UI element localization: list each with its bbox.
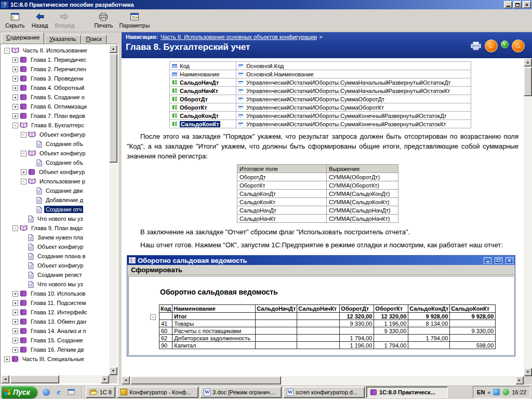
tree-item[interactable]: Зачем нужен пла — [1, 233, 109, 242]
tree-item[interactable]: +Глава 6. Оптимизаци — [1, 102, 109, 111]
scroll-down-icon[interactable]: ▼ — [524, 368, 532, 376]
expand-icon[interactable]: + — [12, 85, 18, 91]
show-desktop-icon[interactable] — [65, 387, 77, 398]
close-button[interactable]: × — [523, 1, 531, 8]
top-of-page-button[interactable]: ↑ — [501, 41, 509, 48]
tree-item[interactable]: +Глава 15. Создание — [1, 336, 109, 345]
tree-item[interactable]: -Объект конфигур — [1, 130, 109, 139]
expand-icon[interactable]: + — [12, 113, 18, 119]
scrollbar-thumb[interactable] — [524, 67, 532, 96]
tree-item[interactable]: Создание дви — [1, 186, 109, 195]
collapse-icon[interactable]: - — [21, 132, 26, 138]
taskbar-window-button[interactable]: W3.doc [Режим ограничен... — [200, 387, 282, 398]
content-vertical-scrollbar[interactable]: ▲ ▼ — [524, 58, 532, 376]
expand-icon[interactable]: + — [4, 356, 10, 362]
tree-item[interactable]: Создание объ — [1, 158, 109, 167]
minimize-button[interactable] — [504, 1, 512, 8]
tree-vertical-scrollbar[interactable]: ▲ ▼ — [109, 45, 117, 375]
options-button[interactable]: Параметры — [116, 10, 153, 31]
expand-icon[interactable]: + — [12, 310, 18, 315]
tree-item[interactable]: +Глава 14. Анализ и п — [1, 326, 109, 336]
tree-item[interactable]: Создание плана в — [1, 251, 109, 261]
tree-item[interactable]: +Глава 7. План видов — [1, 111, 109, 121]
navigation-link[interactable]: Часть II. Использование основных объекто… — [161, 34, 317, 40]
tray-app-icon[interactable] — [493, 389, 500, 395]
expand-icon[interactable]: + — [12, 57, 18, 63]
tree-item[interactable]: +Глава 10. Использов — [1, 289, 109, 298]
expand-icon[interactable]: + — [12, 104, 18, 110]
tree-horizontal-scrollbar[interactable]: ◄ ► — [1, 375, 109, 383]
scrollbar-thumb[interactable] — [10, 375, 59, 383]
expand-icon[interactable]: + — [12, 76, 18, 82]
tab-contents[interactable]: Содержание — [2, 33, 44, 44]
tree-item[interactable]: Что нового мы уз — [1, 214, 109, 223]
scroll-up-icon[interactable]: ▲ — [109, 45, 117, 53]
scrollbar-thumb[interactable] — [130, 376, 281, 384]
taskbar-window-button[interactable]: Конфигуратор - Конф... — [117, 387, 198, 398]
tree-item[interactable]: Добавление д — [1, 195, 109, 205]
expand-icon[interactable]: + — [12, 319, 18, 325]
tab-index[interactable]: Указатель — [45, 35, 81, 44]
tree-item[interactable]: Объект конфигур — [1, 261, 109, 270]
expand-icon[interactable]: + — [12, 95, 18, 100]
language-indicator[interactable]: EN — [477, 389, 485, 395]
tree-item[interactable]: Создание регист — [1, 270, 109, 280]
hide-button[interactable]: Скрыть — [2, 10, 28, 31]
scroll-down-icon[interactable]: ▼ — [109, 367, 117, 375]
scroll-right-icon[interactable]: ► — [515, 376, 524, 384]
tree-item[interactable]: +Часть III. Специальные — [1, 354, 109, 364]
tray-chevron[interactable]: « — [487, 389, 490, 395]
tree-item[interactable]: +Глава 16. Легким дв — [1, 345, 109, 354]
app-icon[interactable]: ? — [1, 2, 8, 8]
next-topic-button[interactable]: → — [512, 39, 525, 52]
collapse-icon[interactable]: - — [21, 151, 26, 156]
expand-icon[interactable]: + — [12, 300, 18, 306]
tree-item[interactable]: Создание отч — [1, 205, 109, 214]
scroll-right-icon[interactable]: ► — [101, 375, 109, 383]
tree-item[interactable]: Что нового мы уз — [1, 280, 109, 289]
scroll-left-icon[interactable]: ◄ — [122, 376, 130, 384]
tree-item[interactable]: Объект конфигур — [1, 242, 109, 251]
expand-icon[interactable]: + — [12, 291, 18, 297]
tree-item[interactable]: +Глава 3. Проведени — [1, 74, 109, 83]
expand-icon[interactable]: + — [12, 66, 18, 72]
tree-item[interactable]: +Объект конфигур — [1, 167, 109, 177]
tree-item[interactable]: +Глава 2. Перечислен — [1, 64, 109, 74]
tree-item[interactable]: +Глава 11. Подсистем — [1, 298, 109, 308]
expand-icon[interactable]: + — [12, 338, 18, 343]
tree-item[interactable]: -Глава 8. Бухгалтерс — [1, 121, 109, 130]
media-player-icon[interactable] — [41, 387, 52, 398]
tree-item[interactable]: Создание объ — [1, 139, 109, 149]
collapse-icon[interactable]: - — [12, 123, 18, 128]
collapse-icon[interactable]: - — [21, 179, 26, 184]
tree-item[interactable]: +Глава 1. Периодичес — [1, 55, 109, 64]
scrollbar-thumb[interactable] — [109, 54, 117, 163]
tree-item[interactable]: -Глава 9. План видо — [1, 223, 109, 233]
maximize-button[interactable] — [513, 1, 522, 8]
scroll-up-icon[interactable]: ▲ — [524, 58, 532, 66]
collapse-icon[interactable]: - — [12, 225, 18, 231]
folder-window-button[interactable]: 1С 8 — [86, 387, 115, 398]
tree-item[interactable]: +Глава 4. Оборотный — [1, 83, 109, 92]
scroll-left-icon[interactable]: ◄ — [1, 375, 9, 383]
tree-item[interactable]: +Глава 5. Создание о — [1, 92, 109, 102]
taskbar-window-button[interactable]: Wscren конфигуратор.d... — [283, 387, 365, 398]
print-button[interactable]: Печать — [91, 10, 116, 31]
expand-icon[interactable]: + — [21, 169, 26, 175]
start-button[interactable]: Пуск — [2, 386, 37, 398]
previous-topic-button[interactable]: ← — [485, 39, 498, 52]
taskbar-window-button[interactable]: 1С:8.0 Практическ... — [366, 387, 448, 398]
tree-item[interactable]: +Глава 13. Обмен дан — [1, 317, 109, 326]
internet-explorer-icon[interactable]: e — [53, 387, 64, 398]
expand-icon[interactable]: + — [12, 347, 18, 353]
tray-status-icon[interactable] — [502, 389, 509, 395]
content-horizontal-scrollbar[interactable]: ◄ ► — [122, 376, 524, 384]
back-button[interactable]: Назад — [28, 10, 52, 31]
print-topic-icon[interactable] — [470, 42, 482, 50]
tab-search[interactable]: Поиск — [82, 35, 107, 44]
tree-item[interactable]: +Глава 12. Интерфейс — [1, 308, 109, 317]
collapse-icon[interactable]: - — [4, 48, 10, 54]
tree-item[interactable]: -Объект конфигур — [1, 149, 109, 158]
expand-icon[interactable]: + — [12, 328, 18, 334]
tree-item[interactable]: -Часть II. Использование — [1, 46, 109, 55]
